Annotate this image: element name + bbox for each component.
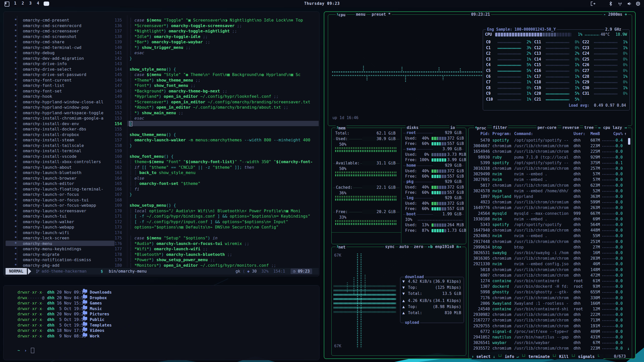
net-mode-auto[interactable]: auto	[398, 244, 410, 249]
proc-tab-reverse[interactable]: reverse	[561, 125, 580, 130]
code-line[interactable]: }	[130, 192, 319, 197]
file-list-item[interactable]: *omarchy-hyprland-window-close-all150	[4, 99, 125, 105]
code-line[interactable]: │ *Wifi*) omarchy-launch-wifi ;;	[130, 246, 319, 252]
process-row[interactable]: 1897HyprlandHyprlanddhh363M0.0	[469, 194, 631, 200]
process-row[interactable]: 2917448chromium/usr/lib/chromium/chromdh…	[469, 239, 631, 245]
code-line[interactable]: │ *Power*) show_setup_power_menu ;;	[130, 257, 319, 263]
proc-scroll-down-arrow[interactable]: ↓	[627, 346, 630, 351]
process-row[interactable]: 2941052nautilus/usr/bin/nautilus --gapdh…	[469, 335, 631, 340]
logout-icon[interactable]	[590, 1, 595, 6]
file-list-item[interactable]: *omarchy-cmd-screenrecord136	[4, 23, 125, 29]
file-list-item[interactable]: *omarchy-font-current146	[4, 78, 125, 83]
workspace-4[interactable]: 4	[35, 1, 41, 6]
code-line[interactable]: │ fi	[130, 186, 319, 192]
process-row[interactable]: 2167277chromium/usr/lib/chromium/chromdh…	[469, 318, 631, 323]
cpu-panel[interactable]: 1cpumenupreset *09:23:21- 2000ms +up 1d …	[328, 14, 632, 126]
workspace-1[interactable]: 1	[13, 1, 18, 6]
file-list-item[interactable]: *omarchy-launch-tui171	[4, 214, 125, 219]
code-line[interactable]: │ options="$options\n▤ Defaults\n⌁ DNS\n…	[130, 224, 319, 230]
code-line[interactable]: │ *Background*) omarchy-theme-bg-next ;;	[130, 88, 319, 94]
code-line[interactable]: │ case $(menu "Style" "◉ Theme\nᴬ Font\n…	[130, 72, 319, 78]
file-list-item[interactable]: *omarchy-install-tailscale158	[4, 143, 125, 148]
process-row[interactable]: 5470spotify/opt/spotify/spotify --dhh607…	[469, 138, 631, 144]
code-line[interactable]: │ *Font*) show_font_menu ;;	[130, 83, 319, 88]
code-line[interactable]: │ theme=$(menu "Font" "$(omarchy-font-li…	[130, 159, 319, 165]
file-list-item[interactable]: *omarchy-migrate178	[4, 252, 125, 257]
proc-action-info[interactable]: info ↵	[505, 354, 519, 359]
code-line[interactable]: │ local options="♪ Audio\n⌔ Wifi\nᛒ Blue…	[130, 208, 319, 214]
code-line[interactable]: │ *Monitors*) open_in_editor ~/.config/h…	[130, 263, 319, 268]
process-row[interactable]: 5017chromium/usr/lib/chromium/chromdhh62…	[469, 183, 631, 189]
volume-icon[interactable]	[627, 1, 632, 6]
proc-scrollbar-thumb[interactable]	[628, 138, 630, 145]
code-line[interactable]: │ *Audio*) omarchy-launch-or-focus-tui w…	[130, 241, 319, 246]
neovim-window[interactable]: *omarchy-cmd-present135*omarchy-cmd-scre…	[3, 11, 319, 276]
terminal-window[interactable]: drwxr-xr-x-dhh20 Nov 09:15Downloadsdrwx-…	[3, 285, 319, 360]
file-list-item[interactable]: *omarchy-drive-info143	[4, 61, 125, 67]
file-list-item[interactable]: *omarchy-debug141	[4, 50, 125, 56]
code-line[interactable]	[130, 197, 319, 203]
process-row[interactable]: 7176chromium/usr/lib/chromium/chromdhh33…	[469, 296, 631, 301]
process-row[interactable]: 3026541waybar/usr/bin/waybardhh67M0.0	[469, 340, 631, 346]
btop-window[interactable]: 1cpumenupreset *09:23:21- 2000ms +up 1d …	[324, 11, 636, 359]
proc-tab-tree[interactable]: tree	[583, 125, 595, 130]
process-row[interactable]: 3016338chromium/usr/lib/chromium/chromdh…	[469, 166, 631, 172]
file-list-item[interactable]: *omarchy-install-docker-dbs155	[4, 126, 125, 132]
shell-prompt[interactable]: ~›	[4, 348, 80, 353]
code-line[interactable]: │ omarchy-launch-walker -m menus:omarchy…	[130, 137, 319, 143]
code-line[interactable]: │ esac	[130, 116, 319, 121]
process-row[interactable]: 6907chromium/usr/lib/chromium/chromdhh47…	[469, 273, 631, 279]
process-row[interactable]: 1307dockerd/usr/bin/dockerd -H fd:root93…	[469, 284, 631, 290]
file-list-item[interactable]: *omarchy-launch-screensaver170	[4, 208, 125, 214]
file-list-item[interactable]: *omarchy-hyprland-window-pop151	[4, 105, 125, 110]
file-list-item[interactable]: *omarchy-font-list147	[4, 83, 125, 88]
cpu-menu-button[interactable]: menu	[355, 12, 366, 17]
code-line[interactable]: │ *) show_trigger_menu ;;	[130, 45, 319, 50]
file-list-item[interactable]: *omarchy-launch-or-focus-webapp169	[4, 203, 125, 208]
file-list-item[interactable]: *omarchy-launch-editor165	[4, 181, 125, 186]
code-line[interactable]: }	[130, 143, 319, 148]
process-row[interactable]: 3004667chromium/usr/lib/chromium/chromdh…	[469, 144, 631, 149]
process-row[interactable]: 2006XwaylandXwayland :1 -rootless -dhh16…	[469, 301, 631, 307]
process-row[interactable]: 5343spotify/opt/spotify/spotifydhh564M0.…	[469, 222, 631, 228]
process-row[interactable]: 1647940chromium/usr/lib/chromium/chromdh…	[469, 228, 631, 234]
process-row[interactable]: 5018chromium/usr/lib/chromium/chromdhh14…	[469, 268, 631, 273]
process-row[interactable]: 2999634btopbtopdhh27M0.0	[469, 245, 631, 251]
file-list-item[interactable]: *omarchy-install-chromium-google-a153	[4, 116, 125, 121]
process-row[interactable]: 5998ghostty/usr/bin/ghostty --gtk-dhh655…	[469, 290, 631, 295]
file-list-item[interactable]: *omarchy-launch-bluetooth163	[4, 170, 125, 176]
process-row[interactable]: 24540containe/usr/bin/containerd-shiroot…	[469, 307, 631, 312]
process-row[interactable]: 1654946chromium/usr/lib/chromium/chromdh…	[469, 149, 631, 155]
code-line[interactable]: │ *Theme*) show_theme_menu ;;	[130, 78, 319, 83]
code-line[interactable]: │ *Screensaver*) open_in_editor ~/.confi…	[130, 99, 319, 105]
cpu-panel-title[interactable]: 1cpu	[336, 12, 347, 17]
proc-action-Kill[interactable]: Kill	[559, 354, 568, 359]
workspaces-overview-icon[interactable]	[5, 2, 9, 7]
file-list-item[interactable]: *omarchy-font-set148	[4, 88, 125, 94]
process-row[interactable]: 1930108nvimnvim --embed .dhh69M0.0	[469, 217, 631, 222]
code-line[interactable]: show_theme_menu() {	[130, 132, 319, 138]
code-line[interactable]	[130, 61, 319, 67]
code-line[interactable]: │ *Bluetooth*) omarchy-launch-bluetooth …	[130, 252, 319, 257]
process-row[interactable]: 3029490nvimnvim --embed .dhh57M0.0	[469, 172, 631, 177]
code-line[interactable]: │ │ back_to show_style_menu	[130, 170, 319, 176]
code-line[interactable]: │ case $(menu "Setup" "$options") in	[130, 235, 319, 241]
file-list-item[interactable]: *omarchy-install-terminal159	[4, 148, 125, 154]
process-row[interactable]: 1274containe/usr/bin/containerdroot61M0.…	[469, 279, 631, 284]
file-list-item[interactable]: *omarchy-install-dev-env154	[4, 121, 125, 127]
code-line[interactable]	[130, 126, 319, 132]
file-list-item[interactable]: *omarchy-cmd-screenshot138	[4, 34, 125, 40]
file-list-item[interactable]: *omarchy-drive-select144	[4, 67, 125, 72]
file-list-item[interactable]: *omarchy-install-vscode160	[4, 154, 125, 159]
network-icon[interactable]	[617, 1, 623, 6]
code-line[interactable]: │ if [[ "$theme" == "CNCLD" || -z "$them…	[130, 165, 319, 170]
file-list-item[interactable]: *omarchy-launch-or-focus-tui168	[4, 197, 125, 203]
file-list-item[interactable]: *omarchy-cmd-present135	[4, 17, 125, 23]
code-line[interactable]	[130, 148, 319, 154]
file-list-item[interactable]: *omarchy-menu176	[4, 241, 125, 246]
process-row[interactable]: 2921330nvimnvim --embed config.jsodhh46M…	[469, 262, 631, 267]
code-line[interactable]: │ │ omarchy-font-set "$theme"	[130, 181, 319, 186]
file-list-item[interactable]: *omarchy-hyprland-workspace-toggle152	[4, 110, 125, 116]
code-line[interactable]: show_font_menu() {	[130, 154, 319, 159]
file-list-item[interactable]: *omarchy-launch-floating-terminal-166	[4, 186, 125, 192]
